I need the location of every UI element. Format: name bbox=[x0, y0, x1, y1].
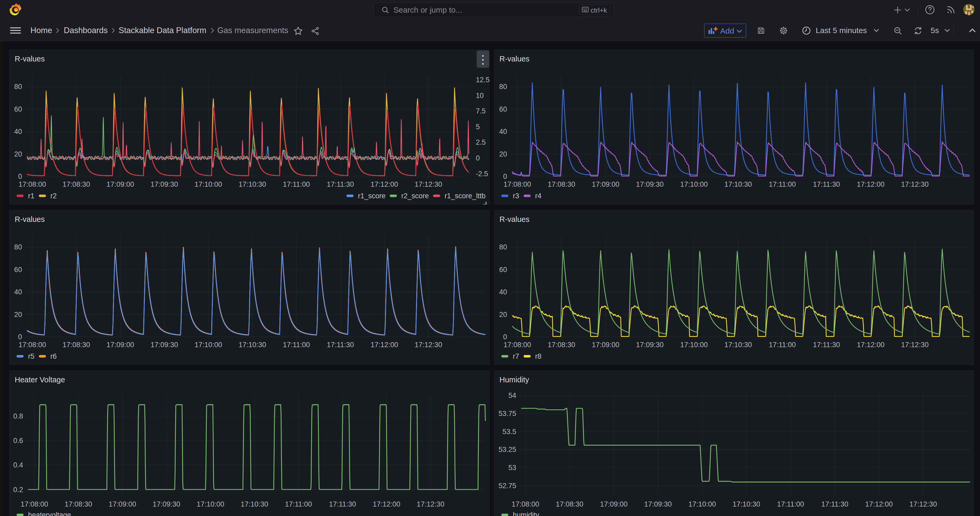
svg-text:20: 20 bbox=[499, 311, 507, 319]
svg-text:17:08:30: 17:08:30 bbox=[62, 341, 90, 349]
svg-text:17:09:30: 17:09:30 bbox=[644, 500, 672, 508]
svg-text:17:12:30: 17:12:30 bbox=[909, 500, 937, 508]
svg-text:17:08:00: 17:08:00 bbox=[18, 341, 46, 349]
svg-text:17:09:30: 17:09:30 bbox=[151, 180, 178, 188]
svg-text:10: 10 bbox=[476, 92, 484, 100]
svg-text:60: 60 bbox=[14, 266, 22, 274]
svg-text:17:11:30: 17:11:30 bbox=[813, 341, 840, 349]
svg-text:17:10:30: 17:10:30 bbox=[732, 500, 760, 508]
svg-text:60: 60 bbox=[499, 105, 507, 113]
svg-text:17:08:00: 17:08:00 bbox=[503, 180, 531, 188]
svg-text:r1_score_lttb: r1_score_lttb bbox=[445, 192, 485, 200]
svg-text:r1_score: r1_score bbox=[358, 192, 385, 200]
svg-text:r6: r6 bbox=[50, 352, 57, 360]
svg-text:17:08:30: 17:08:30 bbox=[556, 500, 584, 508]
svg-text:40: 40 bbox=[499, 288, 507, 296]
svg-text:80: 80 bbox=[499, 243, 507, 251]
svg-text:17:12:00: 17:12:00 bbox=[373, 500, 400, 508]
svg-text:53.25: 53.25 bbox=[498, 446, 516, 454]
svg-text:17:12:00: 17:12:00 bbox=[371, 180, 398, 188]
svg-text:17:12:30: 17:12:30 bbox=[417, 500, 444, 508]
svg-text:17:10:00: 17:10:00 bbox=[680, 341, 708, 349]
svg-text:r8: r8 bbox=[535, 352, 541, 360]
svg-text:0: 0 bbox=[476, 154, 480, 162]
svg-text:17:10:00: 17:10:00 bbox=[194, 180, 222, 188]
svg-text:r2: r2 bbox=[50, 192, 57, 200]
svg-text:17:09:00: 17:09:00 bbox=[107, 341, 134, 349]
svg-text:17:08:00: 17:08:00 bbox=[512, 500, 539, 508]
svg-text:17:12:30: 17:12:30 bbox=[901, 341, 929, 349]
svg-text:heatervoltage: heatervoltage bbox=[28, 511, 71, 516]
svg-text:17:10:00: 17:10:00 bbox=[194, 341, 222, 349]
svg-text:R-values: R-values bbox=[500, 215, 529, 223]
svg-text:17:11:30: 17:11:30 bbox=[821, 500, 848, 508]
svg-text:17:10:30: 17:10:30 bbox=[724, 180, 752, 188]
svg-text:0: 0 bbox=[18, 172, 22, 180]
svg-text:17:09:30: 17:09:30 bbox=[151, 341, 178, 349]
svg-text:17:09:00: 17:09:00 bbox=[107, 180, 134, 188]
svg-text:53.75: 53.75 bbox=[498, 410, 516, 417]
svg-text:52.75: 52.75 bbox=[498, 482, 516, 490]
svg-text:17:09:00: 17:09:00 bbox=[592, 180, 619, 188]
svg-text:17:11:30: 17:11:30 bbox=[327, 341, 354, 349]
svg-text:17:08:30: 17:08:30 bbox=[62, 180, 90, 188]
svg-text:2.5: 2.5 bbox=[476, 139, 486, 146]
svg-text:r1: r1 bbox=[28, 192, 34, 200]
svg-text:60: 60 bbox=[499, 266, 507, 274]
svg-text:0.8: 0.8 bbox=[13, 412, 23, 420]
svg-text:R-values: R-values bbox=[15, 215, 45, 223]
svg-text:r4: r4 bbox=[535, 192, 541, 200]
svg-text:17:11:00: 17:11:00 bbox=[777, 500, 804, 508]
svg-text:r3: r3 bbox=[513, 192, 519, 200]
svg-text:R-values: R-values bbox=[500, 55, 529, 63]
svg-text:12.5: 12.5 bbox=[476, 76, 490, 84]
svg-text:17:08:00: 17:08:00 bbox=[18, 180, 46, 188]
svg-text:17:09:30: 17:09:30 bbox=[153, 500, 180, 508]
svg-text:80: 80 bbox=[499, 83, 507, 91]
svg-text:80: 80 bbox=[14, 83, 22, 91]
svg-text:40: 40 bbox=[499, 127, 507, 135]
svg-text:17:11:30: 17:11:30 bbox=[813, 180, 840, 188]
svg-text:17:10:00: 17:10:00 bbox=[197, 500, 224, 508]
svg-text:r5: r5 bbox=[28, 352, 34, 360]
svg-text:17:09:00: 17:09:00 bbox=[592, 341, 619, 349]
svg-text:17:08:00: 17:08:00 bbox=[503, 341, 531, 349]
svg-text:17:08:30: 17:08:30 bbox=[548, 180, 575, 188]
svg-text:17:12:00: 17:12:00 bbox=[865, 500, 893, 508]
svg-text:17:11:00: 17:11:00 bbox=[285, 500, 312, 508]
svg-text:17:09:00: 17:09:00 bbox=[600, 500, 627, 508]
svg-text:40: 40 bbox=[14, 127, 22, 135]
svg-text:17:09:30: 17:09:30 bbox=[636, 341, 663, 349]
svg-text:0: 0 bbox=[503, 333, 507, 341]
svg-text:17:10:00: 17:10:00 bbox=[680, 180, 708, 188]
svg-text:80: 80 bbox=[14, 243, 22, 251]
svg-text:17:08:30: 17:08:30 bbox=[65, 500, 92, 508]
svg-text:17:12:30: 17:12:30 bbox=[415, 180, 442, 188]
svg-text:17:11:00: 17:11:00 bbox=[769, 341, 796, 349]
svg-text:54: 54 bbox=[508, 392, 516, 400]
svg-text:17:10:30: 17:10:30 bbox=[239, 341, 266, 349]
svg-text:Heater Voltage: Heater Voltage bbox=[15, 376, 65, 384]
svg-text:17:12:00: 17:12:00 bbox=[857, 341, 885, 349]
svg-text:20: 20 bbox=[14, 311, 22, 319]
svg-text:17:10:30: 17:10:30 bbox=[239, 180, 266, 188]
svg-text:17:08:00: 17:08:00 bbox=[21, 500, 48, 508]
svg-text:17:11:00: 17:11:00 bbox=[283, 341, 310, 349]
svg-text:0: 0 bbox=[18, 333, 22, 341]
svg-text:20: 20 bbox=[499, 150, 507, 158]
svg-text:17:11:00: 17:11:00 bbox=[769, 180, 796, 188]
svg-text:17:11:00: 17:11:00 bbox=[283, 180, 310, 188]
svg-text:17:09:00: 17:09:00 bbox=[109, 500, 136, 508]
svg-text:Humidity: Humidity bbox=[500, 376, 529, 384]
svg-text:R-values: R-values bbox=[15, 55, 45, 63]
svg-text:0: 0 bbox=[503, 172, 507, 180]
svg-text:5: 5 bbox=[476, 123, 480, 131]
svg-text:60: 60 bbox=[14, 105, 22, 113]
svg-text:17:10:30: 17:10:30 bbox=[241, 500, 268, 508]
svg-text:17:12:00: 17:12:00 bbox=[371, 341, 398, 349]
svg-text:53: 53 bbox=[508, 464, 516, 471]
svg-text:17:09:30: 17:09:30 bbox=[636, 180, 663, 188]
svg-text:53.5: 53.5 bbox=[502, 428, 516, 436]
svg-text:17:12:30: 17:12:30 bbox=[901, 180, 929, 188]
svg-text:0.4: 0.4 bbox=[13, 461, 23, 469]
